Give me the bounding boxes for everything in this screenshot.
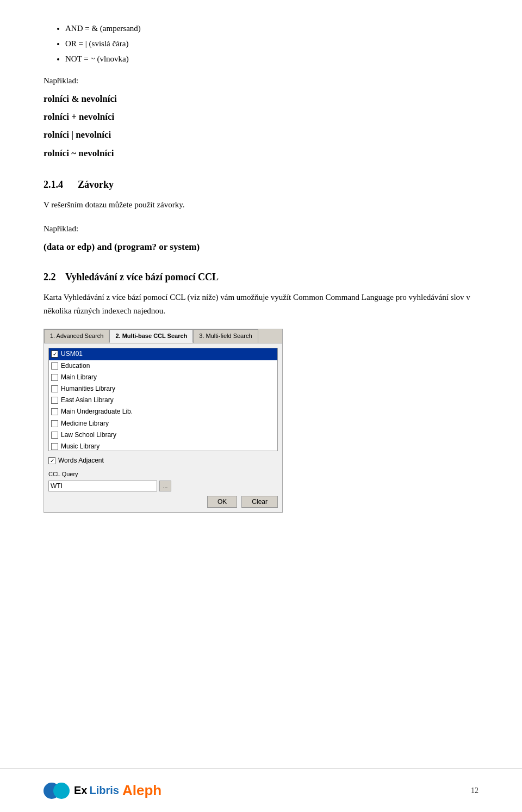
section-number-2-1-4: 2.1.4 <box>44 179 63 190</box>
list-item-education[interactable]: Education <box>49 360 277 372</box>
ccl-query-label: CCL Query <box>48 470 278 479</box>
logo-ex-text: Ex <box>74 784 87 797</box>
words-adjacent-label: Words Adjacent <box>58 456 104 466</box>
example-label-1: Například: <box>44 74 478 87</box>
example-label-2: Například: <box>44 222 478 235</box>
checkbox-law-school[interactable] <box>51 432 58 439</box>
list-item: OR = | (svislá čára) <box>65 37 478 50</box>
words-adjacent-row: ✓ Words Adjacent <box>48 456 278 466</box>
dialog-button-row: OK Clear <box>48 496 278 508</box>
list-item: AND = & (ampersand) <box>65 22 478 35</box>
section-2-1-4-intro: V rešeršním dotazu můžete použít závorky… <box>44 198 478 212</box>
screenshot-body: ✓ USM01 Education Main Library Humanitie… <box>44 343 282 512</box>
example-item-2: rolníci + nevolníci <box>44 109 478 124</box>
checkmark-words-adjacent: ✓ <box>50 457 54 465</box>
page-footer: ExLibris Aleph 12 <box>0 768 522 812</box>
list-item-usm01[interactable]: ✓ USM01 <box>49 348 277 360</box>
list-item-medicine[interactable]: Medicine Library <box>49 418 277 429</box>
section-title-2-1-4: Závorky <box>78 179 114 190</box>
tab-multifield-search[interactable]: 3. Multi-field Search <box>193 329 258 343</box>
checkbox-east-asian[interactable] <box>51 397 58 404</box>
section-2-2-heading: 2.2 Vyhledávání z více bází pomocí CCL <box>44 269 478 285</box>
checkbox-humanities[interactable] <box>51 385 58 392</box>
ok-button[interactable]: OK <box>207 496 237 508</box>
screenshot-container: 1. Advanced Search 2. Multi-base CCL Sea… <box>44 329 283 513</box>
logo-libris-text: Libris <box>89 784 119 797</box>
checkbox-usm01[interactable]: ✓ <box>51 350 58 358</box>
example-code-2-1-4: (data or edp) and (program? or system) <box>44 239 478 254</box>
section-title-2-2: Vyhledávání z více bází pomocí CCL <box>65 272 219 282</box>
checkbox-main-undergrad[interactable] <box>51 408 58 415</box>
list-item-main-undergrad[interactable]: Main Undergraduate Lib. <box>49 406 277 417</box>
screenshot-tabs: 1. Advanced Search 2. Multi-base CCL Sea… <box>44 329 282 344</box>
words-adjacent-checkbox[interactable]: ✓ <box>48 457 55 464</box>
page-content: AND = & (ampersand) OR = | (svislá čára)… <box>0 0 522 578</box>
section-number-2-2: 2.2 <box>44 272 56 282</box>
logo-cyan-circle <box>53 783 70 799</box>
example-item-4: rolníci ~ nevolníci <box>44 146 478 161</box>
checkbox-main-library[interactable] <box>51 374 58 381</box>
list-item-humanities[interactable]: Humanities Library <box>49 383 277 395</box>
ccl-input-row: ... <box>48 481 278 491</box>
bullet-list: AND = & (ampersand) OR = | (svislá čára)… <box>65 22 478 65</box>
list-item: NOT = ~ (vlnovka) <box>65 52 478 65</box>
list-item-law-school[interactable]: Law School Library <box>49 429 277 441</box>
list-item-main-library[interactable]: Main Library <box>49 372 277 383</box>
clear-button[interactable]: Clear <box>241 496 278 508</box>
example-item-3: rolníci | nevolníci <box>44 127 478 142</box>
list-item-east-asian[interactable]: East Asian Library <box>49 395 277 406</box>
ccl-query-input[interactable] <box>48 481 157 491</box>
list-item-music[interactable]: Music Library <box>49 441 277 452</box>
checkbox-medicine[interactable] <box>51 420 58 427</box>
section-2-1-4-heading: 2.1.4 Závorky <box>44 177 478 193</box>
page-number: 12 <box>471 786 478 795</box>
checkbox-education[interactable] <box>51 362 58 370</box>
logo-aleph-text: Aleph <box>122 782 161 799</box>
tab-ccl-search[interactable]: 2. Multi-base CCL Search <box>109 329 193 343</box>
checkbox-music[interactable] <box>51 443 58 450</box>
ccl-dots-button[interactable]: ... <box>159 481 171 491</box>
example-item-1: rolníci & nevolníci <box>44 91 478 106</box>
tab-advanced-search[interactable]: 1. Advanced Search <box>44 329 109 343</box>
exlibris-logo: ExLibris <box>44 783 119 799</box>
footer-logo: ExLibris Aleph <box>44 782 161 799</box>
library-list[interactable]: ✓ USM01 Education Main Library Humanitie… <box>48 348 278 451</box>
section-2-2-paragraph: Karta Vyhledávání z více bází pomocí CCL… <box>44 291 478 318</box>
